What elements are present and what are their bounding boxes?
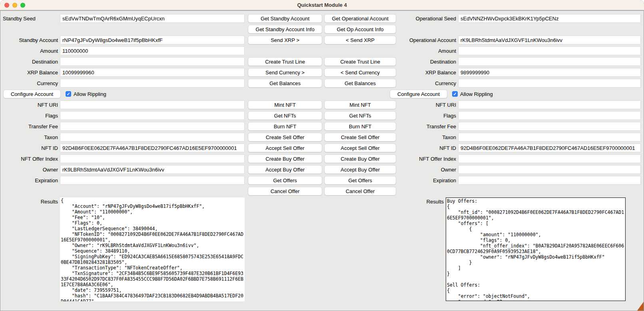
standby-mint-nft-button[interactable]: Mint NFT bbox=[248, 100, 322, 109]
operational-currency-label: Currency bbox=[396, 80, 458, 86]
operational-xrp-balance-label: XRP Balance bbox=[396, 70, 458, 76]
operational-owner-label: Owner bbox=[396, 167, 458, 173]
operational-create-buy-offer-button[interactable]: Create Buy Offer bbox=[324, 154, 396, 163]
operational-seed-input[interactable] bbox=[458, 14, 641, 23]
operational-currency-input[interactable] bbox=[458, 79, 641, 88]
standby-xrp-balance-input[interactable] bbox=[60, 68, 245, 77]
operational-nft-offer-index-label: NFT Offer Index bbox=[396, 156, 458, 162]
operational-get-offers-button[interactable]: Get Offers bbox=[324, 176, 396, 185]
operational-expiration-label: Expiration bbox=[396, 177, 458, 183]
standby-transfer-fee-input[interactable] bbox=[60, 122, 245, 131]
close-button[interactable] bbox=[4, 3, 9, 8]
operational-accept-sell-offer-button[interactable]: Accept Sell Offer bbox=[324, 144, 396, 152]
standby-accept-buy-offer-button[interactable]: Accept Buy Offer bbox=[248, 165, 322, 174]
standby-configure-account-button[interactable]: Configure Account bbox=[3, 90, 61, 98]
operational-flags-input[interactable] bbox=[458, 111, 641, 120]
standby-taxon-input[interactable] bbox=[60, 133, 245, 142]
operational-nft-uri-input[interactable] bbox=[458, 100, 641, 109]
form-area: Standby Seed Get Standby Account Get Ope… bbox=[0, 11, 644, 301]
zoom-button[interactable] bbox=[20, 3, 25, 8]
window-title: Quickstart Module 4 bbox=[297, 2, 347, 8]
standby-nft-offer-index-label: NFT Offer Index bbox=[0, 156, 60, 162]
operational-allow-rippling-checkbox[interactable]: ✓ bbox=[452, 91, 458, 97]
operational-account-label: Operational Account bbox=[396, 37, 458, 43]
standby-results-textarea[interactable]: { "Account": "rNP47gJFvDyW8gsDo4weB17if5… bbox=[60, 197, 245, 301]
standby-get-balances-button[interactable]: Get Balances bbox=[248, 79, 322, 88]
operational-nft-offer-index-input[interactable] bbox=[458, 154, 641, 163]
standby-flags-input[interactable] bbox=[60, 111, 245, 120]
standby-currency-input[interactable] bbox=[60, 79, 245, 88]
row-flags: Flags Get NFTs Get NFTs Flags bbox=[0, 111, 644, 120]
standby-flags-label: Flags bbox=[0, 113, 60, 119]
standby-send-xrp-button[interactable]: Send XRP > bbox=[248, 36, 322, 44]
operational-accept-buy-offer-button[interactable]: Accept Buy Offer bbox=[324, 165, 396, 174]
operational-burn-nft-button[interactable]: Burn NFT bbox=[324, 122, 396, 131]
standby-xrp-balance-label: XRP Balance bbox=[0, 70, 60, 76]
get-standby-account-info-button[interactable]: Get Standby Account Info bbox=[248, 25, 322, 34]
standby-burn-nft-button[interactable]: Burn NFT bbox=[248, 122, 322, 131]
row-owner: Owner Accept Buy Offer Accept Buy Offer … bbox=[0, 165, 644, 174]
operational-seed-label: Operational Seed bbox=[396, 16, 458, 22]
standby-get-nfts-button[interactable]: Get NFTs bbox=[248, 111, 322, 120]
standby-seed-input[interactable] bbox=[60, 14, 245, 23]
row-configure: Configure Account ✓ Allow Rippling Confi… bbox=[0, 90, 644, 98]
row-xrp-balance: XRP Balance Send Currency > < Send Curre… bbox=[0, 68, 644, 77]
standby-amount-input[interactable] bbox=[60, 46, 245, 55]
standby-owner-input[interactable] bbox=[60, 165, 245, 174]
standby-nft-id-label: NFT ID bbox=[0, 145, 60, 151]
operational-taxon-input[interactable] bbox=[458, 133, 641, 142]
operational-owner-input[interactable] bbox=[458, 165, 641, 174]
operational-get-nfts-button[interactable]: Get NFTs bbox=[324, 111, 396, 120]
get-operational-account-button[interactable]: Get Operational Account bbox=[324, 14, 396, 23]
get-standby-account-button[interactable]: Get Standby Account bbox=[248, 14, 322, 23]
standby-cancel-offer-button[interactable]: Cancel Offer bbox=[248, 187, 322, 195]
row-nft-offer-index: NFT Offer Index Create Buy Offer Create … bbox=[0, 154, 644, 163]
operational-configure-account-button[interactable]: Configure Account bbox=[390, 90, 447, 98]
standby-create-buy-offer-button[interactable]: Create Buy Offer bbox=[248, 154, 322, 163]
operational-account-input[interactable] bbox=[458, 36, 641, 44]
operational-nft-id-input[interactable] bbox=[458, 144, 641, 152]
minimize-button[interactable] bbox=[12, 3, 17, 8]
standby-destination-input[interactable] bbox=[60, 57, 245, 66]
row-expiration: Expiration Get Offers Get Offers Expirat… bbox=[0, 176, 644, 185]
standby-transfer-fee-label: Transfer Fee bbox=[0, 124, 60, 130]
row-cancel-offer: Cancel Offer Cancel Offer bbox=[0, 187, 644, 195]
operational-transfer-fee-input[interactable] bbox=[458, 122, 641, 131]
standby-create-trust-line-button[interactable]: Create Trust Line bbox=[248, 57, 322, 66]
operational-destination-input[interactable] bbox=[458, 57, 641, 66]
standby-get-offers-button[interactable]: Get Offers bbox=[248, 176, 322, 185]
get-op-account-info-button[interactable]: Get Op Account Info bbox=[324, 25, 396, 34]
operational-create-sell-offer-button[interactable]: Create Sell Offer bbox=[324, 133, 396, 142]
operational-amount-label: Amount bbox=[396, 48, 458, 54]
operational-results-textarea[interactable]: Buy Offers: { "nft_id": "0008271092D4B6F… bbox=[446, 197, 626, 301]
row-amount: Amount Amount bbox=[0, 46, 644, 55]
standby-account-input[interactable] bbox=[60, 36, 245, 44]
standby-expiration-input[interactable] bbox=[60, 176, 245, 185]
operational-amount-input[interactable] bbox=[458, 46, 641, 55]
row-account: Standby Account Send XRP > < Send XRP Op… bbox=[0, 36, 644, 44]
operational-expiration-input[interactable] bbox=[458, 176, 641, 185]
standby-taxon-label: Taxon bbox=[0, 134, 60, 140]
resize-cursor-artifact bbox=[637, 302, 644, 311]
standby-allow-rippling-checkbox[interactable]: ✓ bbox=[66, 91, 71, 97]
standby-nft-id-input[interactable] bbox=[60, 144, 245, 152]
operational-taxon-label: Taxon bbox=[396, 134, 458, 140]
operational-send-currency-button[interactable]: < Send Currency bbox=[324, 68, 396, 77]
operational-xrp-balance-input[interactable] bbox=[458, 68, 641, 77]
standby-owner-label: Owner bbox=[0, 167, 60, 173]
row-nft-uri: NFT URI Mint NFT Mint NFT NFT URI bbox=[0, 100, 644, 109]
operational-destination-label: Destination bbox=[396, 59, 458, 65]
operational-get-balances-button[interactable]: Get Balances bbox=[324, 79, 396, 88]
standby-accept-sell-offer-button[interactable]: Accept Sell Offer bbox=[248, 144, 322, 152]
operational-cancel-offer-button[interactable]: Cancel Offer bbox=[324, 187, 396, 195]
standby-nft-offer-index-input[interactable] bbox=[60, 154, 245, 163]
standby-expiration-label: Expiration bbox=[0, 177, 60, 183]
standby-nft-uri-input[interactable] bbox=[60, 100, 245, 109]
standby-create-sell-offer-button[interactable]: Create Sell Offer bbox=[248, 133, 322, 142]
row-currency: Currency Get Balances Get Balances Curre… bbox=[0, 79, 644, 88]
operational-send-xrp-button[interactable]: < Send XRP bbox=[324, 36, 396, 44]
operational-allow-rippling-label: Allow Rippling bbox=[460, 91, 493, 97]
operational-mint-nft-button[interactable]: Mint NFT bbox=[324, 100, 396, 109]
operational-create-trust-line-button[interactable]: Create Trust Line bbox=[324, 57, 396, 66]
standby-send-currency-button[interactable]: Send Currency > bbox=[248, 68, 322, 77]
